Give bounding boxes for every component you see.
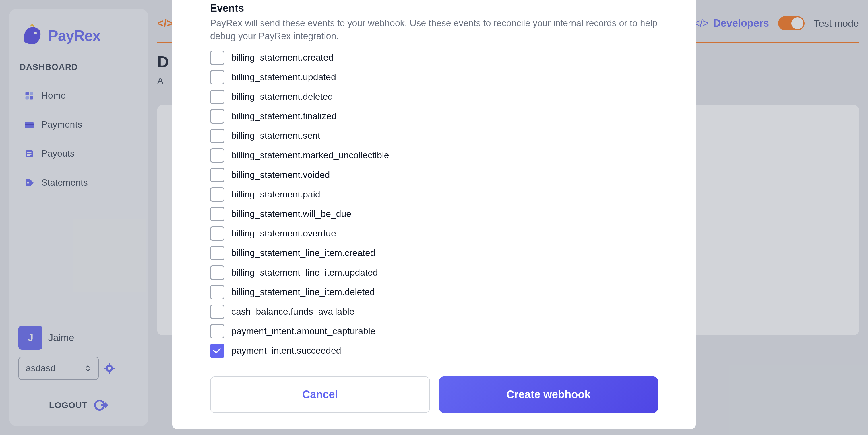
event-checkbox[interactable] (210, 265, 224, 280)
event-label: billing_statement.deleted (231, 91, 333, 102)
event-item: payment_intent.amount_capturable (210, 324, 658, 339)
event-item: billing_statement.marked_uncollectible (210, 148, 658, 163)
modal-buttons: Cancel Create webhook (210, 376, 658, 413)
event-label: billing_statement.finalized (231, 111, 336, 121)
event-checkbox[interactable] (210, 344, 224, 358)
create-webhook-button[interactable]: Create webhook (439, 376, 658, 413)
event-label: billing_statement.overdue (231, 228, 336, 239)
event-checkbox[interactable] (210, 168, 224, 182)
modal-overlay[interactable]: Events PayRex will send these events to … (0, 0, 868, 435)
event-checkbox[interactable] (210, 226, 224, 241)
event-checkbox[interactable] (210, 246, 224, 260)
event-checkbox[interactable] (210, 90, 224, 104)
event-checkbox[interactable] (210, 109, 224, 123)
event-item: billing_statement.sent (210, 129, 658, 143)
cancel-button[interactable]: Cancel (210, 376, 430, 413)
event-label: cash_balance.funds_available (231, 306, 354, 317)
event-checkbox[interactable] (210, 70, 224, 85)
event-item: billing_statement.updated (210, 70, 658, 85)
event-item: billing_statement.overdue (210, 226, 658, 241)
event-label: billing_statement_line_item.updated (231, 267, 378, 278)
event-checkbox[interactable] (210, 285, 224, 299)
event-label: billing_statement.updated (231, 72, 336, 83)
event-label: billing_statement.paid (231, 189, 320, 200)
event-item: billing_statement.finalized (210, 109, 658, 123)
event-list: billing_statement.createdbilling_stateme… (210, 51, 658, 358)
event-item: billing_statement_line_item.created (210, 246, 658, 260)
event-label: billing_statement_line_item.created (231, 248, 375, 258)
event-item: billing_statement_line_item.deleted (210, 285, 658, 299)
event-checkbox[interactable] (210, 51, 224, 65)
event-item: payment_intent.succeeded (210, 344, 658, 358)
event-checkbox[interactable] (210, 304, 224, 319)
event-item: billing_statement.voided (210, 168, 658, 182)
event-label: billing_statement_line_item.deleted (231, 287, 375, 297)
event-item: billing_statement.deleted (210, 90, 658, 104)
event-item: billing_statement.created (210, 51, 658, 65)
events-description: PayRex will send these events to your we… (210, 17, 658, 42)
event-label: payment_intent.amount_capturable (231, 326, 375, 337)
event-label: billing_statement.sent (231, 130, 320, 141)
webhook-modal: Events PayRex will send these events to … (172, 0, 696, 429)
events-title: Events (210, 2, 658, 14)
event-label: payment_intent.succeeded (231, 345, 341, 356)
event-label: billing_statement.created (231, 52, 334, 63)
event-label: billing_statement.will_be_due (231, 209, 351, 219)
event-label: billing_statement.voided (231, 170, 330, 180)
event-item: billing_statement_line_item.updated (210, 265, 658, 280)
event-item: billing_statement.paid (210, 187, 658, 202)
event-checkbox[interactable] (210, 187, 224, 202)
event-checkbox[interactable] (210, 129, 224, 143)
event-item: cash_balance.funds_available (210, 304, 658, 319)
event-item: billing_statement.will_be_due (210, 207, 658, 221)
event-checkbox[interactable] (210, 148, 224, 163)
event-label: billing_statement.marked_uncollectible (231, 150, 389, 161)
event-checkbox[interactable] (210, 324, 224, 339)
events-section: Events PayRex will send these events to … (210, 0, 658, 413)
event-checkbox[interactable] (210, 207, 224, 221)
